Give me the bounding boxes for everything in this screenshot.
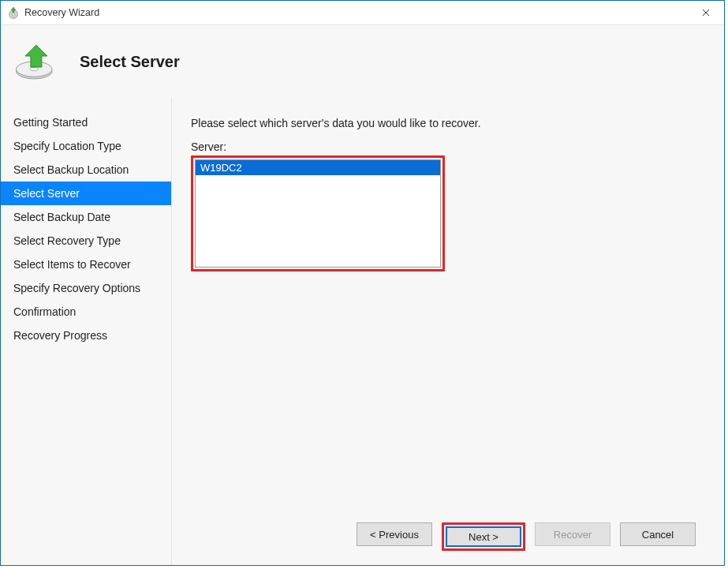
wizard-step[interactable]: Select Items to Recover xyxy=(1,253,171,276)
window-title: Recovery Wizard xyxy=(24,7,688,18)
wizard-step[interactable]: Select Backup Date xyxy=(1,205,171,229)
cancel-button[interactable]: Cancel xyxy=(620,522,696,546)
next-button[interactable]: Next > xyxy=(446,526,521,547)
window-close-button[interactable] xyxy=(688,1,724,24)
next-button-highlight: Next > xyxy=(442,522,525,551)
wizard-header: Select Server xyxy=(1,25,724,98)
wizard-step[interactable]: Confirmation xyxy=(1,300,171,324)
server-listbox-highlight: W19DC2 xyxy=(191,155,445,271)
page-title: Select Server xyxy=(80,53,180,71)
disc-arrow-icon xyxy=(7,6,20,19)
close-icon xyxy=(702,9,710,17)
titlebar: Recovery Wizard xyxy=(1,1,724,25)
wizard-steps-sidebar: Getting StartedSpecify Location TypeSele… xyxy=(1,98,171,565)
wizard-step[interactable]: Getting Started xyxy=(1,110,171,134)
server-list-item[interactable]: W19DC2 xyxy=(196,160,440,175)
wizard-body: Getting StartedSpecify Location TypeSele… xyxy=(1,98,724,565)
restore-icon xyxy=(13,39,58,84)
server-listbox[interactable]: W19DC2 xyxy=(195,159,441,268)
wizard-step[interactable]: Select Server xyxy=(1,182,171,205)
instruction-text: Please select which server's data you wo… xyxy=(191,117,705,129)
recovery-wizard-window: Recovery Wizard Select Server Getting St… xyxy=(0,0,725,566)
server-label: Server: xyxy=(191,140,705,153)
previous-button[interactable]: < Previous xyxy=(357,522,432,546)
wizard-step[interactable]: Select Recovery Type xyxy=(1,229,171,253)
wizard-content: Please select which server's data you wo… xyxy=(171,98,724,565)
wizard-button-row: < Previous Next > Recover Cancel xyxy=(191,508,705,565)
wizard-step[interactable]: Specify Location Type xyxy=(1,134,171,158)
svg-point-1 xyxy=(13,13,15,16)
wizard-step[interactable]: Recovery Progress xyxy=(1,324,171,347)
wizard-step[interactable]: Specify Recovery Options xyxy=(1,276,171,300)
wizard-step[interactable]: Select Backup Location xyxy=(1,158,171,182)
svg-point-4 xyxy=(30,68,38,71)
recover-button: Recover xyxy=(535,522,610,546)
